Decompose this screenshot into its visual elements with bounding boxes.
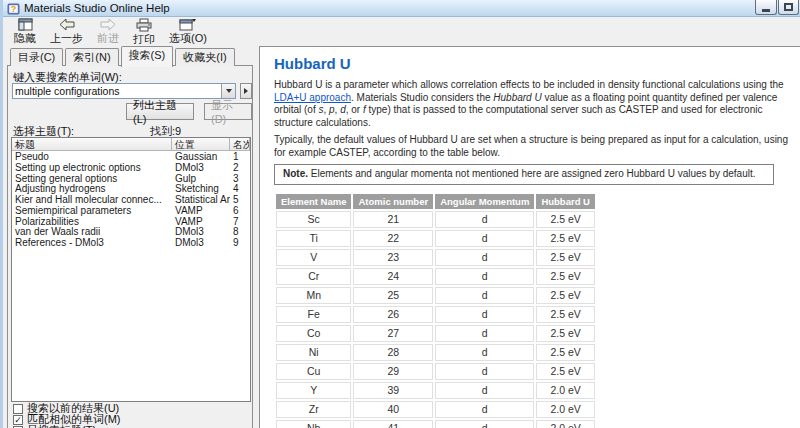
topic-cell: 6 [230, 205, 250, 216]
search-term-arrow-button[interactable] [240, 83, 252, 99]
table-cell: 2.5 eV [536, 211, 595, 228]
table-cell: d [435, 306, 534, 323]
table-column-header: Element Name [276, 194, 351, 209]
toolbar: 隐藏 上一步 前进 [3, 18, 800, 46]
checkbox-label: 只搜索标题(T) [27, 423, 96, 428]
search-combo[interactable]: multiple configurations [12, 83, 236, 99]
topic-row[interactable]: van der Waals radiiDMol38 [12, 227, 250, 238]
tab-contents[interactable]: 目录(C) [10, 48, 63, 66]
topic-cell: 4 [230, 183, 250, 194]
topic-row[interactable]: PolarizabilitiesVAMP7 [12, 216, 250, 227]
topic-row[interactable]: PseudoGaussian1 [12, 151, 250, 162]
topic-cell: Gaussian [172, 151, 230, 162]
topic-cell: Sketching [172, 183, 230, 194]
list-topics-button[interactable]: 列出主题(L) [126, 103, 194, 120]
printer-icon [136, 18, 152, 32]
checkbox-icon [13, 404, 23, 414]
topic-row[interactable]: Semiempirical parametersVAMP6 [12, 205, 250, 216]
topic-cell: 7 [230, 216, 250, 227]
table-column-header: Atomic number [353, 194, 433, 209]
table-cell: 2.5 eV [536, 325, 595, 342]
table-cell: d [435, 287, 534, 304]
topic-row[interactable]: References - DMol3DMol39 [12, 237, 250, 248]
maximize-button[interactable] [778, 0, 799, 15]
table-row: Fe26d2.5 eV [276, 306, 595, 323]
note-label: Note. [283, 168, 308, 179]
hide-button[interactable]: 隐藏 [7, 18, 43, 46]
topic-cell: Setting up electronic options [12, 162, 172, 173]
forward-button-label: 前进 [97, 31, 119, 46]
table-cell: d [435, 401, 534, 418]
back-arrow-icon [59, 18, 75, 31]
table-cell: Cu [276, 363, 351, 380]
table-row: Ti22d2.5 eV [276, 230, 595, 247]
topic-cell: DMol3 [172, 162, 230, 173]
table-row: Zr40d2.0 eV [276, 401, 595, 418]
minimize-icon [762, 9, 770, 12]
column-header-title[interactable]: 标题 [12, 138, 172, 151]
topic-row[interactable]: Kier and Hall molecular connec...Statist… [12, 194, 250, 205]
topic-row[interactable]: Setting up electronic optionsDMol32 [12, 162, 250, 173]
table-cell: d [435, 420, 534, 428]
table-cell: 24 [353, 268, 433, 285]
table-cell: 27 [353, 325, 433, 342]
table-cell: 2.5 eV [536, 306, 595, 323]
table-row: Y39d2.0 eV [276, 382, 595, 399]
table-row: Ni28d2.5 eV [276, 344, 595, 361]
options-button[interactable]: 选项(O) [162, 18, 214, 46]
table-cell: Cr [276, 268, 351, 285]
table-cell: 41 [353, 420, 433, 428]
hubbard-u-table: Element NameAtomic numberAngular Momentu… [274, 192, 597, 428]
table-cell: 2.0 eV [536, 382, 595, 399]
topic-cell: 9 [230, 237, 250, 248]
table-cell: d [435, 363, 534, 380]
window-title: Materials Studio Online Help [24, 2, 170, 14]
table-column-header: Hubbard U [536, 194, 595, 209]
table-cell: 2.0 eV [536, 420, 595, 428]
paragraph-text: . Materials Studio considers the [351, 92, 493, 103]
chevron-down-icon [226, 89, 232, 93]
minimize-button[interactable] [755, 0, 777, 15]
column-header-rank[interactable]: 名次 [230, 138, 250, 151]
topic-cell: 5 [230, 194, 250, 205]
options-icon [179, 18, 197, 31]
table-cell: 2.5 eV [536, 268, 595, 285]
table-cell: d [435, 325, 534, 342]
topic-cell: DMol3 [172, 237, 230, 248]
topic-content: Hubbard U Hubbard U is a parameter which… [259, 46, 800, 428]
default-values-paragraph: Typically, the default values of Hubbard… [274, 134, 794, 159]
table-row: Mn25d2.5 eV [276, 287, 595, 304]
combo-dropdown-button[interactable] [221, 84, 235, 98]
print-button[interactable]: 打印 [126, 18, 162, 46]
tab-search[interactable]: 搜索(S) [121, 46, 174, 67]
table-cell: 40 [353, 401, 433, 418]
tab-index[interactable]: 索引(N) [65, 48, 118, 66]
topic-list-header: 标题 位置 名次 [12, 138, 250, 151]
tab-favorites[interactable]: 收藏夹(I) [175, 48, 234, 66]
page-title: Hubbard U [274, 55, 794, 72]
table-cell: 21 [353, 211, 433, 228]
topic-row[interactable]: Adjusting hydrogensSketching4 [12, 183, 250, 194]
note-box: Note. Elements and angular momenta not m… [274, 164, 774, 185]
lda-u-approach-link[interactable]: LDA+U approach [274, 92, 351, 103]
column-header-location[interactable]: 位置 [172, 138, 230, 151]
topic-cell: Semiempirical parameters [12, 205, 172, 216]
maximize-icon [784, 3, 793, 11]
search-input[interactable]: multiple configurations [13, 84, 221, 98]
print-button-label: 打印 [133, 32, 155, 47]
topic-cell: VAMP [172, 216, 230, 227]
table-cell: Ti [276, 230, 351, 247]
topic-cell: Pseudo [12, 151, 172, 162]
checkbox-icon: ✓ [13, 415, 23, 425]
table-cell: d [435, 344, 534, 361]
topic-cell: van der Waals radii [12, 226, 172, 237]
help-window: ? Materials Studio Online Help ✕ 隐藏 上一 [0, 0, 800, 428]
table-cell: 39 [353, 382, 433, 399]
topic-cell: Gulp [172, 173, 230, 184]
back-button[interactable]: 上一步 [43, 18, 90, 46]
table-cell: V [276, 249, 351, 266]
table-body: Sc21d2.5 eVTi22d2.5 eVV23d2.5 eVCr24d2.5… [276, 211, 595, 428]
titlebar: ? Materials Studio Online Help [3, 0, 800, 17]
forward-arrow-icon [100, 18, 116, 31]
topic-row[interactable]: Setting general optionsGulp3 [12, 173, 250, 184]
